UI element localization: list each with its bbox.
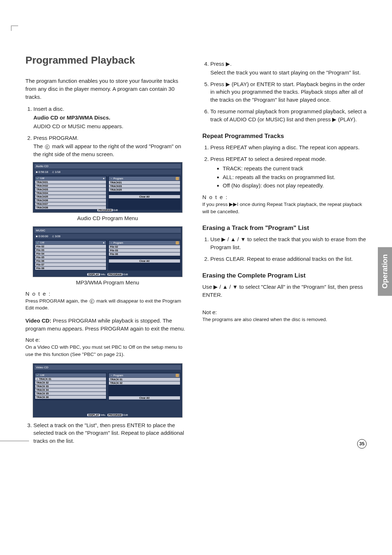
menu-program-panel: → Program File 02 File 03 File 06 Clear …	[108, 240, 180, 271]
crop-mark	[11, 25, 18, 31]
list-item: File 02	[109, 245, 180, 248]
button-chip: DISPLAY	[87, 414, 100, 416]
video-cd-text: Video CD: Press PROGRAM while playback i…	[25, 317, 190, 333]
step-4-line2: Select the track you want to start playi…	[211, 69, 367, 77]
erase-track-heading: Erasing a Track from "Program" List	[203, 224, 367, 232]
list-item: TRACK 01	[109, 378, 180, 381]
list-item: TRACK03	[109, 185, 180, 188]
menu-list-header: 🔊 List▲	[35, 241, 106, 244]
audio-cd-menu-screenshot: Audio CD ■ 0:56:18 ♫ 1/18 🔊 List▲ TRACK0…	[33, 162, 183, 213]
left-ordered-list: Insert a disc. Audio CD or MP3/WMA Discs…	[25, 105, 190, 158]
note-text: If you press ▶▶I once during Repeat Trac…	[203, 201, 367, 215]
menu-footer: DISPLAY Info. PROGRAM Edit	[33, 273, 182, 276]
repeat-bullets: TRACK: repeats the current track ALL: re…	[211, 165, 367, 190]
list-item: TRACK01	[35, 181, 106, 184]
list-item: File 04	[35, 252, 106, 255]
list-item: TRACK03	[35, 188, 106, 191]
intro-text: The program function enables you to stor…	[25, 77, 190, 101]
list-item: TRACK 05	[35, 392, 106, 395]
step-1-line3: AUDIO CD or MUSIC menu appears.	[33, 122, 190, 130]
text-fragment: Edit	[113, 209, 118, 211]
music-menu-screenshot: MUSIC ■ 0:00:00 ♫ 3/28 🔊 List▲ File 02 F…	[33, 226, 183, 277]
text-fragment: List	[40, 374, 44, 376]
page-number: 35	[357, 439, 367, 449]
video-cd-menu-screenshot: Video CD 🔊 List ♫ TRACK 01 TRACK 02 TRAC…	[33, 363, 183, 418]
text-fragment: Press PROGRAM again, the	[25, 298, 89, 304]
step-1-line1: Insert a disc.	[33, 106, 64, 112]
list-item: File 06	[35, 259, 106, 263]
text-fragment: 0:56:18	[38, 170, 48, 174]
note-label: Not e:	[203, 309, 367, 315]
section-tab: Operation	[378, 247, 392, 296]
text-fragment: Info.	[101, 414, 106, 416]
left-ordered-list-cont: Select a track on the "List", then press…	[25, 421, 190, 445]
e-badge-icon	[176, 241, 179, 244]
text-fragment: 0:00:00	[38, 235, 48, 238]
menu-header: Video CD	[34, 365, 181, 370]
list-item: TRACK 04	[35, 388, 106, 392]
list-item: File 08	[35, 267, 106, 270]
e-mark-icon: E	[90, 299, 94, 304]
note-label: N o t e :	[25, 291, 190, 297]
erase-all-heading: Erasing the Complete Program List	[203, 272, 367, 279]
step-5: Press ▶ (PLAY) or ENTER to start. Playba…	[211, 80, 367, 104]
menu-header: Audio CD	[34, 164, 181, 169]
menu-list-panel: 🔊 List ♫ TRACK 01 TRACK 02 TRACK 03 TRAC…	[34, 373, 107, 400]
menu-list-panel: 🔊 List▲ File 02 File 03 File 04 File 05 …	[34, 240, 107, 271]
caption-music: MP3/WMA Program Menu	[25, 279, 190, 285]
list-item: TRACK04	[35, 191, 106, 195]
menu-counter: ♫ 3/28	[52, 235, 61, 238]
text-fragment: List	[40, 177, 44, 179]
menu-program-panel: → Program TRACK 01 TRACK 02 Clear All	[108, 373, 180, 400]
e-mark-icon: E	[45, 145, 50, 149]
menu-time: ■ 0:56:18	[36, 170, 48, 174]
text-fragment: Press REPEAT to select a desired repeat …	[211, 156, 327, 162]
menu-footer: PROGRAM Edit	[33, 209, 182, 211]
note-label: N o t e :	[203, 194, 367, 200]
button-chip: PROGRAM	[107, 414, 123, 416]
page-title: Programmed Playback	[25, 54, 190, 66]
menu-program-panel: → Program TRACK01 TRACK03 TRACK05 Clear …	[108, 176, 180, 210]
text-fragment: Info.	[101, 273, 106, 276]
bullet: Off (No display): does not play repeated…	[223, 182, 367, 190]
menu-counter: ♫ 1/18	[52, 170, 61, 174]
step-1-line2: Audio CD or MP3/WMA Discs.	[33, 114, 190, 122]
e-badge-icon	[176, 177, 179, 180]
text-fragment: Edit	[123, 414, 128, 416]
repeat-step-2: Press REPEAT to select a desired repeat …	[211, 155, 367, 190]
right-ordered-list: Press ▶. Select the track you want to st…	[203, 60, 367, 123]
text-fragment: mark will appear to the right of the wor…	[33, 143, 181, 157]
repeat-step-1: Press REPEAT when playing a disc. The re…	[211, 143, 367, 151]
text-fragment: The	[33, 143, 44, 149]
menu-program-header: → Program	[109, 373, 180, 377]
step-6: To resume normal playback from programme…	[211, 108, 367, 123]
erase-step-1: Use ▶ / ▲ / ▼ to select the track that y…	[211, 235, 367, 251]
bullet: ALL: repeats all the tracks on programme…	[223, 173, 367, 181]
note-label: Not e:	[25, 337, 190, 343]
list-item: TRACK06	[35, 199, 106, 202]
list-item: TRACK05	[35, 195, 106, 198]
text-fragment: 3/28	[55, 235, 61, 238]
list-item: TRACK05	[109, 188, 180, 191]
step-1: Insert a disc. Audio CD or MP3/WMA Discs…	[33, 105, 190, 130]
list-item: TRACK 02	[35, 381, 106, 384]
menu-time-row: ■ 0:56:18 ♫ 1/18	[34, 170, 181, 174]
list-item: File 02	[35, 245, 106, 248]
menu-list-header: 🔊 List	[35, 373, 106, 377]
text-fragment: Program	[113, 177, 123, 180]
bullet: TRACK: repeats the current track	[223, 165, 367, 173]
list-item: ♫ TRACK 01	[35, 377, 106, 381]
text-fragment: Edit	[123, 273, 128, 276]
note-text: The programs are also cleared when the d…	[203, 316, 367, 323]
caption-audio: Audio CD Program Menu	[25, 215, 190, 221]
left-column: Programmed Playback The program function…	[25, 22, 190, 449]
text-fragment: Program	[113, 374, 123, 377]
list-item: File 03	[109, 249, 180, 252]
list-item: TRACK01	[109, 181, 180, 184]
menu-time: ■ 0:00:00	[36, 235, 48, 238]
menu-time-row: ■ 0:00:00 ♫ 3/28	[34, 234, 181, 239]
repeat-list: Press REPEAT when playing a disc. The re…	[203, 143, 367, 190]
clear-all: Clear All	[109, 195, 180, 198]
erase-track-list: Use ▶ / ▲ / ▼ to select the track that y…	[203, 235, 367, 263]
note-text: On a Video CD with PBC, you must set PBC…	[25, 344, 190, 358]
